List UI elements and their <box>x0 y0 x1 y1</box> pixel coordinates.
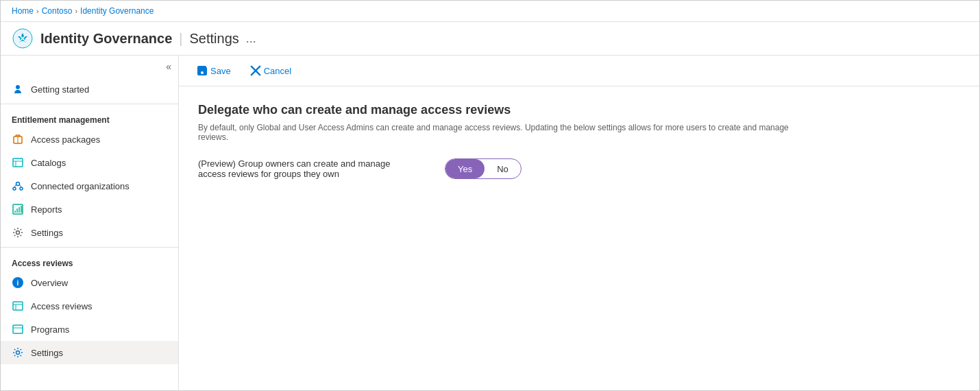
sidebar-divider-1 <box>1 104 178 104</box>
svg-point-9 <box>20 187 23 190</box>
person-icon <box>12 83 24 95</box>
setting-label-group-owners: (Preview) Group owners can create and ma… <box>198 158 417 179</box>
save-icon <box>197 65 208 76</box>
svg-point-7 <box>16 182 20 186</box>
svg-rect-21 <box>13 325 23 333</box>
sidebar-item-connected-organizations[interactable]: Connected organizations <box>1 174 178 198</box>
sidebar-item-reports[interactable]: Reports <box>1 198 178 221</box>
ar-settings-icon <box>12 346 24 359</box>
breadcrumb-sep-1: › <box>36 7 39 15</box>
cancel-icon <box>250 65 261 76</box>
sidebar-label-access-packages: Access packages <box>31 134 100 145</box>
sidebar-label-reports: Reports <box>31 204 62 215</box>
sidebar-label-connected-organizations: Connected organizations <box>31 181 130 191</box>
content-title: Delegate who can create and manage acces… <box>198 103 960 117</box>
access-reviews-section-label: Access reviews <box>1 250 178 271</box>
sidebar-divider-2 <box>1 247 178 248</box>
breadcrumb: Home › Contoso › Identity Governance <box>1 1 979 22</box>
breadcrumb-sep-2: › <box>75 7 77 15</box>
setting-row-group-owners: (Preview) Group owners can create and ma… <box>198 158 960 179</box>
sidebar-label-access-reviews: Access reviews <box>31 301 93 311</box>
sidebar-collapse-area: « <box>1 56 178 78</box>
settings-icon <box>12 226 24 239</box>
breadcrumb-contoso[interactable]: Contoso <box>42 6 73 16</box>
app-container: Home › Contoso › Identity Governance Ide… <box>0 0 980 391</box>
programs-icon <box>12 323 24 335</box>
breadcrumb-home[interactable]: Home <box>12 6 34 16</box>
content-description: By default, only Global and User Access … <box>198 123 815 142</box>
sidebar-item-programs[interactable]: Programs <box>1 318 178 341</box>
app-title: Identity Governance <box>40 31 172 47</box>
sidebar-item-getting-started[interactable]: Getting started <box>1 78 178 101</box>
sidebar: « Getting started Entitlement management… <box>1 56 179 390</box>
header-divider: | <box>179 31 182 47</box>
toggle-group-group-owners: Yes No <box>445 158 522 179</box>
svg-rect-4 <box>13 158 23 167</box>
org-icon <box>12 180 24 192</box>
sidebar-item-overview[interactable]: i Overview <box>1 271 178 294</box>
page-header: Identity Governance | Settings ... <box>1 22 979 56</box>
svg-point-23 <box>16 351 20 355</box>
cancel-button[interactable]: Cancel <box>246 62 295 79</box>
access-reviews-icon <box>12 300 24 312</box>
page-subtitle: Settings <box>189 31 238 47</box>
sidebar-label-getting-started: Getting started <box>31 84 89 95</box>
content-body: Delegate who can create and manage acces… <box>179 86 979 196</box>
info-icon: i <box>12 276 24 289</box>
sidebar-item-settings[interactable]: Settings <box>1 221 178 244</box>
cancel-label: Cancel <box>264 66 291 76</box>
header-more-options[interactable]: ... <box>246 32 256 46</box>
sidebar-item-access-packages[interactable]: Access packages <box>1 128 178 151</box>
identity-governance-icon <box>12 27 34 49</box>
sidebar-item-access-reviews[interactable]: Access reviews <box>1 294 178 318</box>
toggle-yes-button[interactable]: Yes <box>445 159 485 178</box>
sidebar-label-settings: Settings <box>31 228 63 238</box>
sidebar-label-programs: Programs <box>31 324 69 335</box>
toggle-no-button[interactable]: No <box>485 159 521 178</box>
sidebar-item-ar-settings[interactable]: Settings <box>1 341 178 364</box>
sidebar-item-catalogs[interactable]: Catalogs <box>1 151 178 174</box>
svg-point-17 <box>16 231 20 235</box>
toolbar: Save Cancel <box>179 56 979 86</box>
sidebar-collapse-button[interactable]: « <box>166 61 171 72</box>
svg-rect-18 <box>13 302 23 310</box>
entitlement-management-label: Entitlement management <box>1 107 178 128</box>
svg-point-8 <box>13 187 16 190</box>
reports-icon <box>12 203 24 215</box>
sidebar-label-ar-settings: Settings <box>31 348 63 358</box>
package-icon <box>12 133 24 145</box>
breadcrumb-identity-governance[interactable]: Identity Governance <box>80 6 154 16</box>
main-layout: « Getting started Entitlement management… <box>1 56 979 390</box>
main-content: Save Cancel Delegate who can create and … <box>179 56 979 390</box>
save-label: Save <box>210 66 231 76</box>
catalog-icon <box>12 156 24 169</box>
save-button[interactable]: Save <box>193 62 235 79</box>
sidebar-label-catalogs: Catalogs <box>31 158 66 168</box>
sidebar-label-overview: Overview <box>31 278 68 288</box>
